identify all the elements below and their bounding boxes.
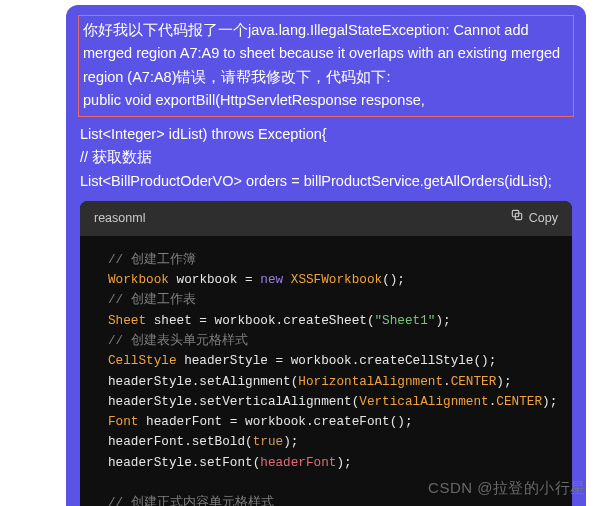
code-token: headerStyle.setVerticalAlignment(: [108, 394, 359, 409]
code-token: workbook =: [169, 272, 260, 287]
code-token: headerFont: [260, 455, 336, 470]
copy-label: Copy: [529, 208, 558, 228]
code-comment: // 创建工作簿: [108, 252, 196, 267]
code-token: headerStyle.setAlignment(: [108, 374, 298, 389]
code-token: VerticalAlignment: [359, 394, 488, 409]
message-line: public void exportBill(HttpServletRespon…: [83, 89, 569, 112]
message-line: // 获取数据: [80, 146, 572, 169]
code-comment: // 创建正式内容单元格样式: [108, 495, 274, 506]
message-line: List<Integer> idList) throws Exception{: [80, 123, 572, 146]
code-token: "Sheet1": [375, 313, 436, 328]
code-token: CellStyle: [108, 353, 177, 368]
message-line: List<BillProductOderVO> orders = billPro…: [80, 170, 572, 193]
code-token: );: [336, 455, 351, 470]
code-token: new: [260, 272, 283, 287]
code-token: );: [542, 394, 557, 409]
clipboard-icon: [510, 208, 524, 228]
code-header: reasonml Copy: [80, 201, 572, 235]
code-token: );: [283, 434, 298, 449]
code-token: headerFont.setBold(: [108, 434, 253, 449]
message-line: 你好我以下代码报了一个java.lang.IllegalStateExcepti…: [83, 19, 569, 89]
code-body: // 创建工作簿 Workbook workbook = new XSSFWor…: [80, 236, 572, 506]
code-token: ();: [382, 272, 405, 287]
code-token: CENTER: [496, 394, 542, 409]
code-token: headerStyle.setFont(: [108, 455, 260, 470]
code-token: CENTER: [451, 374, 497, 389]
code-comment: // 创建工作表: [108, 292, 196, 307]
copy-button[interactable]: Copy: [510, 208, 558, 228]
code-token: );: [435, 313, 450, 328]
code-token: .: [443, 374, 451, 389]
code-lang-label: reasonml: [94, 208, 145, 228]
code-token: headerStyle = workbook.createCellStyle()…: [177, 353, 497, 368]
code-token: Workbook: [108, 272, 169, 287]
code-token: headerFont = workbook.createFont();: [138, 414, 412, 429]
code-token: XSSFWorkbook: [291, 272, 382, 287]
highlight-box: 你好我以下代码报了一个java.lang.IllegalStateExcepti…: [78, 15, 574, 117]
code-block: reasonml Copy // 创建工作簿 Workbook workbook…: [80, 201, 572, 506]
code-token: sheet = workbook.createSheet(: [146, 313, 374, 328]
code-token: HorizontalAlignment: [298, 374, 443, 389]
code-token: Sheet: [108, 313, 146, 328]
code-comment: // 创建表头单元格样式: [108, 333, 248, 348]
user-message-bubble: 你好我以下代码报了一个java.lang.IllegalStateExcepti…: [66, 5, 586, 506]
code-token: );: [496, 374, 511, 389]
code-token: [283, 272, 291, 287]
code-token: Font: [108, 414, 138, 429]
code-token: true: [253, 434, 283, 449]
